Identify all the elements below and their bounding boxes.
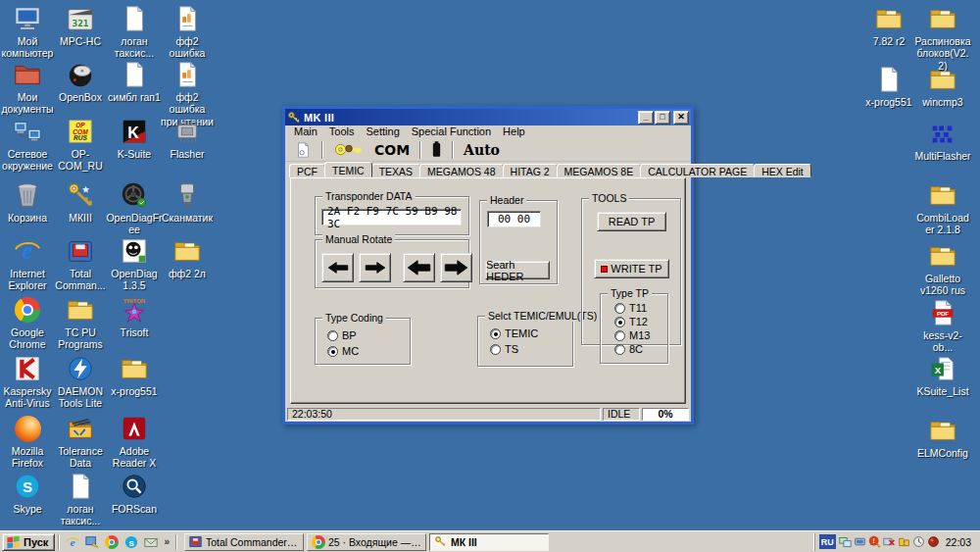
task-button[interactable]: Total Commander 8.51a ... [184, 533, 304, 551]
task-button[interactable]: МК III [429, 533, 549, 551]
desktop-icon[interactable]: фф2 ошибка [161, 3, 214, 60]
desktop-icon[interactable]: Распиновка блоков(V2.2) [914, 3, 971, 72]
desktop-icon[interactable]: OPCOMRUSOP-COM_RU [54, 116, 107, 173]
tray-security-icon[interactable] [927, 535, 940, 548]
desktop-icon[interactable]: логан таксис... [108, 3, 161, 60]
tray-update-warning-icon[interactable]: ! [898, 535, 910, 548]
desktop-icon[interactable]: SSkype [1, 471, 54, 515]
desktop-icon[interactable]: Galletto v1260 rus [914, 240, 971, 297]
transponder-data-field[interactable]: 2A F2 F9 7C 59 B9 98 3C [321, 209, 462, 226]
desktop-icon[interactable]: Flasher [161, 116, 214, 160]
quick-launch-ie-icon[interactable]: e [65, 534, 80, 550]
radio-type-tp-t12[interactable]: T12 [614, 316, 648, 327]
desktop-icon[interactable]: фф2 2л [161, 235, 214, 279]
menu-item-tools[interactable]: Tools [323, 125, 361, 138]
desktop-icon[interactable]: Tolerance Data [54, 413, 107, 470]
desktop-icon[interactable]: OpenBox [54, 59, 107, 103]
desktop-icon[interactable]: TRITONTrisoft [108, 294, 161, 338]
tray-scheduler-icon[interactable] [912, 535, 925, 548]
minimize-button[interactable]: _ [638, 111, 654, 125]
tab-calculator-page[interactable]: CALCULATOR PAGE [640, 164, 755, 177]
write-tp-button[interactable]: WRITE TP [594, 259, 669, 278]
com-button[interactable]: COM [369, 139, 415, 161]
desktop-icon[interactable]: CombiLoader 2.1.8 [914, 179, 971, 236]
radio-type-tp-m13[interactable]: M13 [614, 329, 650, 341]
menu-item-setting[interactable]: Setting [361, 125, 406, 138]
desktop-icon[interactable]: MultiFlasher [914, 118, 971, 162]
radio-type-coding-bp[interactable]: BP [327, 329, 357, 341]
search-header-button[interactable]: Searh HEDER [485, 261, 550, 279]
type-coding-group: Type Coding BPMC [315, 318, 411, 365]
desktop-icon[interactable]: eInternet Explorer [1, 235, 54, 292]
desktop-icon[interactable]: PDFkess-v2-ob... [914, 297, 971, 354]
desktop-icon[interactable]: XKSuite_List [914, 353, 971, 397]
radio-temic-emul-ts[interactable]: TS [490, 343, 518, 355]
desktop-icon[interactable]: OpenDiag 1.3.5 [108, 235, 161, 292]
desktop-icon[interactable]: x-prog551 [860, 64, 917, 108]
desktop-icon[interactable]: Мой компьютер [1, 3, 54, 60]
read-file-button[interactable] [289, 139, 317, 161]
start-button[interactable]: Пуск [2, 533, 55, 551]
maximize-button[interactable]: □ [655, 111, 670, 125]
radio-temic-emul-temic[interactable]: TEMIC [490, 327, 538, 339]
tray-network-off-icon[interactable] [883, 535, 896, 548]
rotate-left-bold-button[interactable] [403, 253, 435, 282]
desktop-icon[interactable]: Сетевое окружение [1, 116, 54, 173]
desktop-icon[interactable]: Корзина [1, 179, 54, 224]
desktop-icon[interactable]: DAEMON Tools Lite [54, 353, 107, 410]
menu-item-special-function[interactable]: Special Function [406, 125, 497, 138]
desktop-icon[interactable]: FORScan [108, 471, 161, 515]
desktop-icon[interactable]: wincmp3 [914, 64, 971, 108]
desktop-icon[interactable]: Мои документы [1, 59, 54, 116]
close-button[interactable]: ✕ [673, 111, 689, 125]
radio-type-tp-t11[interactable]: T11 [614, 302, 647, 314]
header-field[interactable]: 00 00 [487, 211, 541, 227]
desktop-icon[interactable]: 7.82 r2 [860, 3, 917, 47]
desktop-icon[interactable]: Total Comman... [54, 235, 107, 292]
tray-lan-status-icon[interactable] [839, 535, 852, 548]
desktop-icon[interactable]: Google Chrome [1, 294, 54, 351]
radio-type-coding-mc[interactable]: MC [327, 345, 359, 357]
quick-launch-skype-icon[interactable]: S [123, 534, 139, 550]
chevron-icon[interactable]: » [161, 536, 172, 547]
tab-texas[interactable]: TEXAS [371, 164, 420, 177]
tab-megamos-48[interactable]: MEGAMOS 48 [419, 164, 503, 177]
quick-launch-chrome-icon[interactable] [104, 534, 120, 550]
desktop-icon[interactable]: Adobe Reader X [108, 413, 161, 470]
desktop-icon[interactable]: Kaspersky Anti-Virus [1, 353, 54, 410]
desktop-icon[interactable]: TC PU Programs [54, 294, 107, 351]
task-button[interactable]: 25 · Входящие — Янде... [307, 533, 426, 551]
quick-launch-show-desktop-icon[interactable] [84, 534, 100, 550]
rotate-right-bold-button[interactable] [440, 253, 472, 282]
tray-alert-icon[interactable]: ! [868, 535, 881, 548]
desktop-icon[interactable]: ELMConfig [914, 415, 971, 459]
tab-temic[interactable]: TEMIC [324, 162, 372, 177]
menu-item-help[interactable]: Help [497, 125, 531, 138]
desktop-icon[interactable]: Сканматик [161, 179, 214, 224]
tab-hitag-2[interactable]: HITAG 2 [503, 164, 558, 177]
desktop-icon[interactable]: симбл гап1 [108, 59, 161, 103]
desktop-icon[interactable]: KK-Suite [108, 116, 161, 160]
read-tp-button[interactable]: READ TP [597, 212, 666, 231]
tab-megamos-8e[interactable]: MEGAMOS 8E [557, 164, 642, 177]
quick-launch-mail-icon[interactable] [143, 534, 159, 550]
desktop-icon-label: KSuite_List [916, 385, 968, 397]
desktop-icon[interactable]: Mozilla Firefox [1, 413, 54, 470]
tab-pcf[interactable]: PCF [289, 164, 325, 177]
desktop-icon[interactable]: OpenDiagFree [108, 179, 161, 236]
keys-button[interactable] [328, 139, 369, 161]
rotate-right-thin-button[interactable] [359, 253, 391, 282]
window-titlebar[interactable]: MK III _ □ ✕ [285, 109, 691, 125]
language-indicator[interactable]: RU [819, 534, 836, 549]
tab-hex-edit[interactable]: HEX Edit [754, 164, 811, 177]
desktop-icon[interactable]: x-prog551 [108, 353, 161, 397]
auto-button[interactable]: Auto [459, 139, 505, 161]
menu-item-main[interactable]: Main [288, 125, 323, 138]
desktop-icon[interactable]: МКIII [54, 179, 107, 224]
radio-type-tp-8c[interactable]: 8C [614, 343, 643, 355]
desktop-icon[interactable]: логан таксис... [54, 471, 107, 527]
rotate-left-thin-button[interactable] [321, 253, 354, 282]
tray-device-icon[interactable] [854, 535, 866, 548]
desktop-icon[interactable]: 321MPC-HC [54, 3, 107, 47]
battery-button[interactable] [426, 139, 447, 161]
